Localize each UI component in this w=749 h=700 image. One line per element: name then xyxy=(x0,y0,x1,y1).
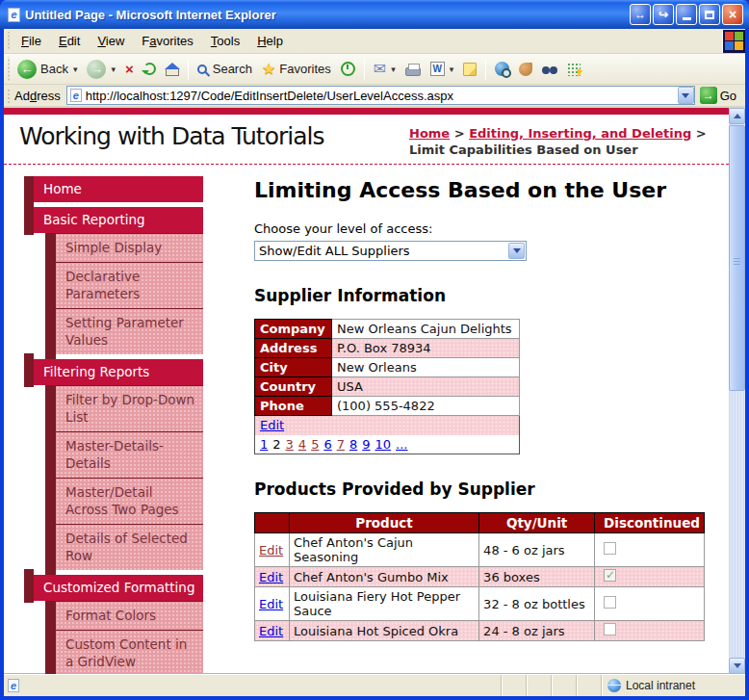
address-url[interactable]: http://localhost:1297/Code/EditInsertDel… xyxy=(86,89,674,103)
discuss-icon xyxy=(542,66,557,76)
stop-button[interactable]: × xyxy=(120,59,139,79)
windows-messenger-button[interactable] xyxy=(562,60,585,79)
edit-with-word-button[interactable]: W ▾ xyxy=(426,59,459,79)
product-edit-link[interactable]: Edit xyxy=(259,570,283,584)
split-view-button[interactable]: ↔ xyxy=(630,4,651,25)
sidebar-item-filter-by-drop-down-list[interactable]: Filter by Drop-Down List xyxy=(56,385,203,431)
mail-button[interactable]: ✉ ▾ xyxy=(369,59,400,80)
go-button[interactable]: → Go xyxy=(695,86,741,105)
sidebar-item-filtering-reports[interactable]: Filtering Reports xyxy=(34,359,203,385)
menu-edit[interactable]: Edit xyxy=(50,30,89,52)
scrollbar-thumb[interactable] xyxy=(729,125,745,391)
pager-page-8[interactable]: 8 xyxy=(349,437,357,452)
status-segment xyxy=(501,675,526,696)
menu-favorites[interactable]: Favorites xyxy=(133,30,201,52)
sidebar-item-home[interactable]: Home xyxy=(34,176,203,202)
pager-page-2: 2 xyxy=(272,437,280,452)
security-zone: Local intranet xyxy=(601,675,745,696)
scroll-up-button[interactable] xyxy=(729,108,745,124)
back-button[interactable]: ← Back ▾ xyxy=(13,57,82,82)
menubar-grip[interactable] xyxy=(6,32,11,50)
products-header-row: ProductQty/UnitDiscontinued xyxy=(255,513,705,533)
supplier-pager-row: 12345678910... xyxy=(255,435,520,454)
menu-items: FileEditViewFavoritesToolsHelp xyxy=(13,30,722,52)
messenger-button[interactable] xyxy=(514,60,537,79)
favorites-button[interactable]: ★ Favorites xyxy=(257,59,336,80)
breadcrumb-separator: > xyxy=(691,126,706,141)
address-dropdown-button[interactable] xyxy=(678,87,694,104)
sidebar-item-master-details-details[interactable]: Master-Details-Details xyxy=(56,431,203,478)
nav-section-home: Home xyxy=(34,176,203,202)
sidebar-item-format-colors[interactable]: Format Colors xyxy=(56,601,203,630)
breadcrumb-link-editing-inserting-and-deleting[interactable]: Editing, Inserting, and Deleting xyxy=(469,126,691,141)
home-button[interactable] xyxy=(161,60,184,79)
pager-page-3[interactable]: 3 xyxy=(286,437,294,452)
supplier-row: CityNew Orleans xyxy=(255,358,520,377)
toolbar-grip[interactable] xyxy=(6,57,11,81)
discontinued-checkbox xyxy=(604,569,616,582)
sidebar-item-details-of-selected-row[interactable]: Details of Selected Row xyxy=(56,524,203,570)
breadcrumb-link-home[interactable]: Home xyxy=(409,126,450,141)
select-dropdown-icon xyxy=(508,243,525,259)
menu-file[interactable]: File xyxy=(13,30,50,52)
menu-bar: FileEditViewFavoritesToolsHelp xyxy=(4,29,745,54)
products-header-edit-column xyxy=(255,513,290,533)
notes-icon xyxy=(463,63,477,76)
sidebar-item-customized-formatting[interactable]: Customized Formatting xyxy=(34,575,203,601)
nav-sublist: Simple DisplayDeclarative ParametersSett… xyxy=(45,233,203,354)
search-button[interactable]: Search xyxy=(193,59,257,79)
addressbar-grip[interactable] xyxy=(6,88,11,103)
web-page: Working with Data Tutorials Home > Editi… xyxy=(4,108,729,674)
pager-page-10[interactable]: 10 xyxy=(375,437,392,452)
pager-page-4[interactable]: 4 xyxy=(298,437,306,452)
refresh-button[interactable] xyxy=(139,60,161,78)
access-level-label: Choose your level of access: xyxy=(254,221,705,236)
sidebar-item-label: Filter by Drop-Down List xyxy=(65,392,194,425)
research-button[interactable] xyxy=(490,59,514,79)
product-edit-link[interactable]: Edit xyxy=(259,624,283,638)
messenger-icon xyxy=(519,63,532,76)
window-arrow-icon: ↪ xyxy=(659,8,668,21)
supplier-field-value: New Orleans Cajun Delights xyxy=(332,320,520,339)
sidebar-item-setting-parameter-values[interactable]: Setting Parameter Values xyxy=(56,308,203,354)
pager-page-9[interactable]: 9 xyxy=(362,437,370,452)
toolbar-separator xyxy=(188,59,189,80)
sidebar-item-simple-display[interactable]: Simple Display xyxy=(56,233,203,262)
menu-help[interactable]: Help xyxy=(248,30,292,52)
supplier-edit-link[interactable]: Edit xyxy=(260,418,284,432)
sidebar-nav: HomeBasic ReportingSimple DisplayDeclara… xyxy=(24,176,203,674)
close-button[interactable]: × xyxy=(722,4,743,25)
address-input[interactable]: e http://localhost:1297/Code/EditInsertD… xyxy=(66,86,695,105)
pager-page-7[interactable]: 7 xyxy=(337,437,345,452)
scroll-down-button[interactable] xyxy=(729,658,745,674)
minimize-button[interactable] xyxy=(676,4,697,25)
menu-tools[interactable]: Tools xyxy=(202,30,248,52)
menu-view[interactable]: View xyxy=(89,30,133,52)
print-button[interactable] xyxy=(400,59,426,79)
access-level-select[interactable]: Show/Edit ALL Suppliers xyxy=(254,241,527,261)
word-dropdown-icon: ▾ xyxy=(450,65,454,74)
forward-button[interactable]: → ▾ xyxy=(82,57,120,82)
sidebar-item-custom-content-in-a-gridview[interactable]: Custom Content in a GridView xyxy=(56,630,203,674)
header-red-band xyxy=(4,108,729,115)
sidebar-item-basic-reporting[interactable]: Basic Reporting xyxy=(34,207,203,233)
history-button[interactable] xyxy=(336,59,360,79)
pager-page-5[interactable]: 5 xyxy=(311,437,319,452)
pager-page-1[interactable]: 1 xyxy=(260,437,268,452)
maximize-button[interactable] xyxy=(699,4,720,25)
nav-sublist: Format ColorsCustom Content in a GridVie… xyxy=(45,601,203,674)
notes-button[interactable] xyxy=(458,60,481,79)
product-row: EditLouisiana Fiery Hot Pepper Sauce32 -… xyxy=(255,587,705,621)
supplier-row: AddressP.O. Box 78934 xyxy=(255,339,520,358)
back-label: Back xyxy=(40,62,68,76)
pager-page-[interactable]: ... xyxy=(396,437,407,452)
product-edit-link[interactable]: Edit xyxy=(259,597,283,611)
pop-out-button[interactable]: ↪ xyxy=(653,4,674,25)
sidebar-item-declarative-parameters[interactable]: Declarative Parameters xyxy=(56,262,203,308)
pager-page-6[interactable]: 6 xyxy=(323,437,331,452)
discuss-button[interactable] xyxy=(537,60,562,79)
scrollbar-track[interactable] xyxy=(729,124,745,658)
sidebar-item-master-detail-across-two-pages[interactable]: Master/Detail Across Two Pages xyxy=(56,478,203,524)
product-edit-link[interactable]: Edit xyxy=(259,543,283,557)
product-name-cell: Chef Anton's Gumbo Mix xyxy=(290,567,479,587)
